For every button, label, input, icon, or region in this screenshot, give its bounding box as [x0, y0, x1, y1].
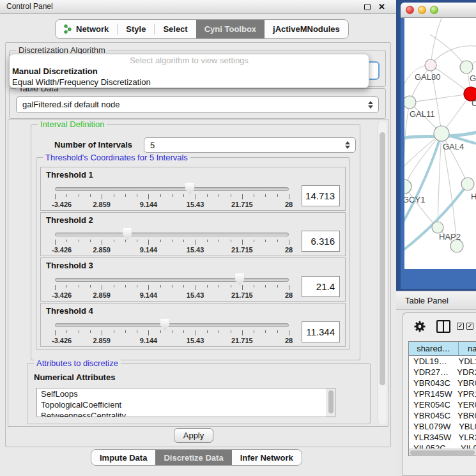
- table-row[interactable]: YPR145W YPR1: [409, 388, 476, 399]
- bottom-tab-bar: Impute Data Discretize Data Infer Networ…: [91, 449, 302, 466]
- cell-shared-name[interactable]: YPR145W: [409, 388, 456, 399]
- close-window-icon[interactable]: [406, 6, 414, 14]
- attribute-list-item[interactable]: SelfLoops: [37, 388, 335, 399]
- checkbox-icon[interactable]: ✓: [457, 323, 464, 330]
- zoom-window-icon[interactable]: [430, 6, 438, 14]
- split-columns-icon[interactable]: [436, 320, 450, 333]
- apply-button[interactable]: Apply: [174, 428, 213, 443]
- threshold-1-value-field[interactable]: 14.713: [302, 185, 340, 206]
- settings-vertical-scrollbar[interactable]: [378, 121, 387, 425]
- cell-name[interactable]: YBR0: [456, 410, 476, 421]
- screen: Control Panel ✕ Network Style Select Cyn…: [0, 0, 476, 476]
- slider-track[interactable]: [55, 233, 289, 236]
- scale-label: 15.43: [187, 337, 204, 344]
- cell-name[interactable]: YER0: [456, 399, 476, 410]
- slider-thumb[interactable]: [235, 273, 245, 286]
- slider-track[interactable]: [55, 323, 289, 327]
- tab-network-label: Network: [76, 24, 109, 34]
- label-gcy1: GCY1: [404, 195, 425, 204]
- slider-track[interactable]: [55, 187, 289, 191]
- attributes-list-scrollbar[interactable]: [326, 388, 335, 417]
- node-gal80[interactable]: [425, 59, 436, 71]
- table-row[interactable]: YBR043C YBR0: [409, 378, 476, 388]
- table-horizontal-scrollbar[interactable]: [409, 449, 476, 456]
- scale-label: 28: [285, 291, 293, 299]
- cell-name[interactable]: YBL0: [457, 421, 476, 432]
- node-h[interactable]: [461, 178, 474, 190]
- slider-scale-labels: -3.4262.8599.14415.4321.71528: [55, 201, 289, 209]
- tab-style[interactable]: Style: [118, 20, 154, 38]
- scrollbar-thumb[interactable]: [328, 390, 334, 413]
- option-manual-discretization[interactable]: Manual Discretization: [10, 66, 369, 77]
- table-row[interactable]: YDL19… YDL1: [409, 356, 476, 367]
- node-gal4[interactable]: [434, 126, 449, 141]
- table-row[interactable]: YLR345W YLR3: [409, 432, 476, 443]
- cell-shared-name[interactable]: YBR043C: [409, 378, 456, 388]
- table-row[interactable]: YDR27… YDR2: [409, 367, 476, 378]
- cell-name[interactable]: YLR3: [456, 432, 476, 443]
- node-bottom[interactable]: [450, 240, 463, 252]
- table-data-group: Table Data galFiltered.sif default node: [9, 88, 386, 119]
- slider-thumb[interactable]: [185, 183, 195, 195]
- label-gal80: GAL80: [415, 72, 440, 82]
- num-intervals-label: Number of Intervals: [54, 140, 132, 150]
- network-window-titlebar[interactable]: [401, 3, 476, 18]
- cell-shared-name[interactable]: YLR345W: [409, 432, 456, 443]
- attributes-group-label: Attributes to discretize: [34, 358, 121, 368]
- minimize-window-icon[interactable]: [418, 6, 426, 14]
- float-window-icon[interactable]: [364, 4, 371, 10]
- tab-jactivemnodules-label: jActiveMNodules: [273, 24, 340, 34]
- table-data-combobox[interactable]: galFiltered.sif default node: [16, 96, 379, 113]
- tab-discretize-data[interactable]: Discretize Data: [155, 450, 231, 465]
- table-row[interactable]: YER054C YER0: [409, 399, 476, 410]
- cell-name[interactable]: YBR0: [456, 378, 476, 388]
- cell-name[interactable]: YPR1: [456, 388, 476, 399]
- attribute-list-item[interactable]: TopologicalCoefficient: [37, 399, 335, 410]
- slider-thumb[interactable]: [123, 228, 132, 240]
- column-header-shared-name[interactable]: shared…: [409, 342, 459, 355]
- num-intervals-combobox[interactable]: 5: [144, 137, 356, 153]
- attribute-list-item[interactable]: BetweennessCentrality: [37, 410, 335, 417]
- checkbox-icon[interactable]: ✓: [466, 323, 473, 330]
- slider-thumb[interactable]: [160, 319, 170, 331]
- scale-label: 15.43: [187, 201, 204, 208]
- cell-shared-name[interactable]: YDR27…: [409, 367, 455, 378]
- scrollbar-thumb[interactable]: [380, 132, 385, 385]
- cell-name[interactable]: YDL1: [456, 356, 476, 367]
- tab-jactivemnodules[interactable]: jActiveMNodules: [265, 20, 348, 38]
- node-gal11[interactable]: [404, 96, 416, 109]
- node-gcy1[interactable]: [404, 180, 411, 194]
- tab-impute-data[interactable]: Impute Data: [91, 450, 155, 465]
- slider-track[interactable]: [55, 278, 289, 282]
- scale-label: -3.426: [52, 246, 72, 254]
- column-header-name[interactable]: na: [459, 342, 476, 355]
- tab-select[interactable]: Select: [155, 20, 196, 38]
- table-row[interactable]: YBR045C YBR0: [409, 410, 476, 421]
- scale-label: 9.144: [140, 291, 158, 299]
- threshold-4-value-field[interactable]: 11.344: [302, 321, 340, 342]
- scale-label: 28: [285, 201, 293, 208]
- table-row[interactable]: YBL079W YBL0: [409, 421, 476, 432]
- network-canvas[interactable]: GAL80 G C GAL11 GAL4 GCY1 H HAP2: [404, 18, 476, 269]
- spinner-icon: [368, 100, 373, 109]
- num-intervals-value: 5: [150, 138, 155, 153]
- tab-cyni-toolbox[interactable]: Cyni Toolbox: [196, 20, 265, 38]
- cell-shared-name[interactable]: YBL079W: [409, 421, 457, 432]
- tab-infer-network[interactable]: Infer Network: [232, 450, 302, 465]
- threshold-2-value-field[interactable]: 6.316: [302, 231, 340, 252]
- cell-shared-name[interactable]: YBR045C: [409, 410, 456, 421]
- scrollbar-thumb[interactable]: [410, 450, 475, 455]
- close-icon[interactable]: ✕: [378, 0, 385, 14]
- scale-label: 21.715: [231, 201, 253, 208]
- gear-icon[interactable]: [413, 319, 427, 334]
- cell-shared-name[interactable]: YER054C: [409, 399, 456, 410]
- tab-network[interactable]: Network: [56, 20, 117, 38]
- option-equal-width-frequency[interactable]: Equal Width/Frequency Discretization: [10, 77, 369, 88]
- network-view-window: GAL80 G C GAL11 GAL4 GCY1 H HAP2: [401, 3, 476, 289]
- node-top-right[interactable]: [460, 61, 473, 73]
- threshold-3-label: Threshold 3: [46, 261, 93, 270]
- spinner-icon: [345, 141, 350, 150]
- cell-name[interactable]: YDR2: [455, 367, 476, 378]
- threshold-3-value-field[interactable]: 21.4: [302, 276, 340, 297]
- cell-shared-name[interactable]: YDL19…: [409, 356, 456, 367]
